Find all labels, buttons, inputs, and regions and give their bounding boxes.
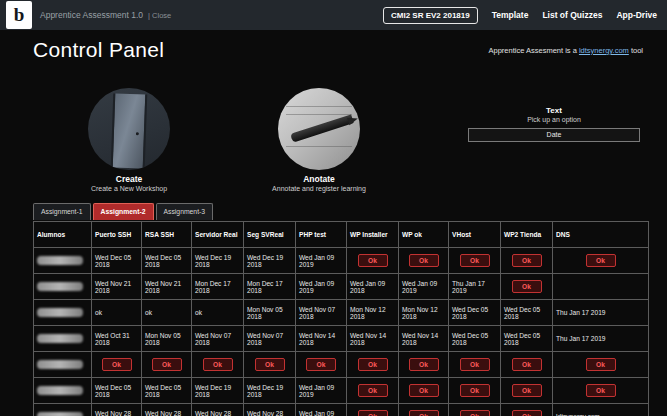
ok-button[interactable]: Ok [409,254,439,267]
status-cell: Ok [92,352,142,378]
app-logo[interactable]: b [6,1,32,29]
status-cell: Ok [553,248,649,274]
template-button[interactable]: Template [492,10,529,20]
ok-button[interactable]: Ok [586,358,616,371]
table-row: OkOkOkOkOkOkOkOkOkOk [34,352,649,378]
status-cell: Ok [501,274,553,300]
student-name-cell [34,352,92,378]
date-cell: Wed Jan 09 2018 [347,274,399,300]
date-cell: Wed Nov 07 2018 [244,326,296,352]
date-input[interactable]: Date [468,128,640,142]
date-cell: Wed Nov 28 2018 [92,404,142,416]
redacted-student-name [37,282,83,291]
date-cell: Wed Nov 07 2018 [296,300,347,326]
anotate-title: Anotate [234,174,404,184]
app-drive-button[interactable]: App-Drive [616,10,657,20]
navbar-actions: CMI2 SR EV2 201819 Template List of Quiz… [383,7,657,24]
status-cell: Ok [501,352,553,378]
door-knob-illustration [136,132,139,135]
ok-button[interactable]: Ok [102,358,132,371]
assignments-table-wrap: AlumnosPuerto SSHRSA SSHServidor RealSeg… [33,221,649,416]
table-row: Wed Oct 31 2018Mon Nov 05 2018Wed Nov 07… [34,326,649,352]
ok-button[interactable]: Ok [586,384,616,397]
ok-button[interactable]: Ok [512,280,542,293]
ok-button[interactable]: Ok [358,410,388,416]
status-cell: Ok [142,352,192,378]
date-cell: Wed Dec 05 2018 [501,300,553,326]
subtitle-text-prefix: Apprentice Assesment is a [488,46,578,55]
ok-button[interactable]: Ok [409,358,439,371]
date-cell: Wed Nov 28 2018 [244,404,296,416]
date-cell: Mon Nov 12 2018 [347,300,399,326]
redacted-student-name [37,386,83,395]
date-cell: Wed Nov 07 2018 [192,326,244,352]
status-cell: Ok [399,404,449,416]
redacted-student-name [37,412,83,416]
date-cell: Wed Dec 05 2018 [142,248,192,274]
date-cell: Wed Dec 19 2018 [244,378,296,404]
column-header: Alumnos [34,222,92,248]
ok-button[interactable]: Ok [460,410,490,416]
status-cell: Ok [553,378,649,404]
status-cell: Ok [399,378,449,404]
close-link[interactable]: | Close [148,11,171,20]
column-header: Puerto SSH [92,222,142,248]
date-cell: Wed Dec 05 2018 [501,326,553,352]
paper-line-icon [286,106,352,107]
tab-assignment-1[interactable]: Assignment-1 [33,203,91,220]
status-cell: Ok [347,378,399,404]
assignment-tabs: Assignment-1 Assignment-2 Assignment-3 [33,203,213,220]
date-cell: Mon Nov 05 2018 [244,300,296,326]
ok-button[interactable]: Ok [358,254,388,267]
ok-button[interactable]: Ok [460,384,490,397]
date-cell: Wed Jan 09 2019 [296,274,347,300]
date-cell: Wed Dec 05 2018 [449,326,501,352]
create-subtitle: Create a New Workshop [44,185,214,192]
ok-button[interactable]: Ok [512,410,542,416]
ok-button[interactable]: Ok [152,358,182,371]
ok-button[interactable]: Ok [512,358,542,371]
date-cell: Mon Nov 12 2018 [399,300,449,326]
ok-button[interactable]: Ok [512,384,542,397]
date-cell: Wed Dec 19 2018 [192,248,244,274]
redacted-student-name [37,308,83,317]
redacted-student-name [37,256,83,265]
create-workshop-image[interactable] [88,88,170,170]
status-cell: Ok [347,352,399,378]
ldtsynergy-link[interactable]: ldtsynergy.com [579,46,629,55]
tab-assignment-2[interactable]: Assignment-2 [93,203,154,220]
ok-button[interactable]: Ok [358,384,388,397]
ok-button[interactable]: Ok [255,358,285,371]
column-header: WP ok [399,222,449,248]
date-cell: Wed Dec 19 2018 [244,248,296,274]
date-cell: Wed Oct 31 2018 [92,326,142,352]
ok-button[interactable]: Ok [409,410,439,416]
filter-panel: Text Pick up an option Date [468,106,640,142]
create-workshop-action: Create Create a New Workshop [44,88,214,192]
ok-button[interactable]: Ok [358,358,388,371]
status-cell: Ok [347,404,399,416]
table-row: Wed Dec 05 2018Wed Dec 05 2018Wed Dec 19… [34,378,649,404]
status-cell: Ok [449,378,501,404]
date-cell: Mon Nov 05 2018 [142,326,192,352]
ok-button[interactable]: Ok [512,254,542,267]
ok-button[interactable]: Ok [460,358,490,371]
paper-line-icon [286,146,352,147]
date-cell [553,274,649,300]
date-cell: Thu Jan 17 2019 [449,274,501,300]
date-cell: Wed Nov 28 2018 [192,404,244,416]
anotate-image[interactable] [278,88,360,170]
ok-button[interactable]: Ok [203,358,233,371]
ok-button[interactable]: Ok [586,254,616,267]
list-of-quizzes-button[interactable]: List of Quizzes [542,10,602,20]
column-header: WP Installer [347,222,399,248]
ok-button[interactable]: Ok [460,254,490,267]
ok-button[interactable]: Ok [409,384,439,397]
tab-assignment-3[interactable]: Assignment-3 [156,203,214,220]
column-header: DNS [553,222,649,248]
column-header: Seg SVReal [244,222,296,248]
date-cell: ok [142,300,192,326]
quiz-code-button[interactable]: CMI2 SR EV2 201819 [383,7,478,24]
ok-button[interactable]: Ok [306,358,336,371]
page-subtitle: Apprentice Assesment is a ldtsynergy.com… [488,46,643,55]
